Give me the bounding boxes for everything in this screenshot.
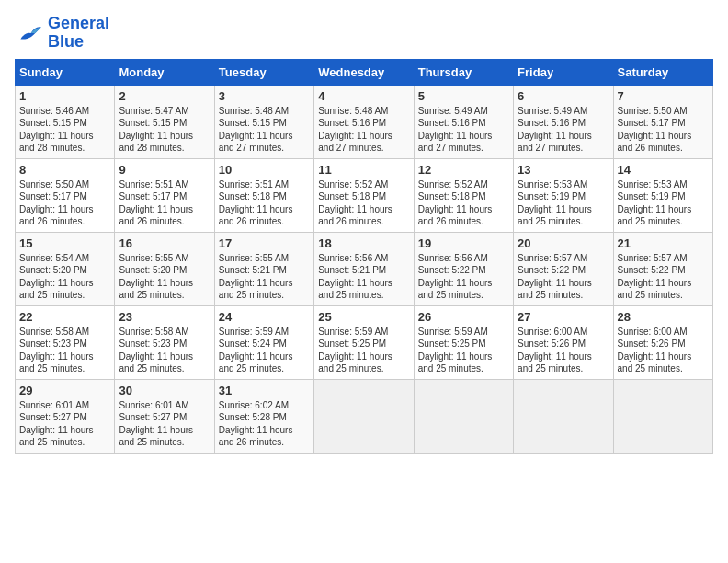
- calendar-cell: [314, 379, 414, 453]
- calendar-cell: 21Sunrise: 5:57 AM Sunset: 5:22 PM Dayli…: [613, 232, 712, 305]
- header-friday: Friday: [514, 59, 613, 85]
- day-number: 17: [219, 236, 310, 250]
- day-info: Sunrise: 5:49 AM Sunset: 5:16 PM Dayligh…: [418, 105, 509, 155]
- day-info: Sunrise: 5:50 AM Sunset: 5:17 PM Dayligh…: [618, 105, 709, 155]
- logo-icon: [15, 18, 44, 48]
- day-info: Sunrise: 5:51 AM Sunset: 5:17 PM Dayligh…: [119, 178, 210, 228]
- calendar-cell: 26Sunrise: 5:59 AM Sunset: 5:25 PM Dayli…: [414, 305, 513, 379]
- day-info: Sunrise: 5:56 AM Sunset: 5:22 PM Dayligh…: [418, 252, 509, 302]
- day-number: 16: [119, 236, 210, 250]
- day-info: Sunrise: 5:53 AM Sunset: 5:19 PM Dayligh…: [618, 178, 709, 228]
- calendar-cell: 31Sunrise: 6:02 AM Sunset: 5:28 PM Dayli…: [214, 379, 313, 453]
- calendar-cell: 22Sunrise: 5:58 AM Sunset: 5:23 PM Dayli…: [16, 305, 115, 379]
- calendar-cell: [613, 379, 712, 453]
- day-info: Sunrise: 6:00 AM Sunset: 5:26 PM Dayligh…: [518, 326, 609, 375]
- logo-text: General: [48, 15, 109, 33]
- day-number: 31: [219, 384, 310, 397]
- day-number: 14: [618, 163, 709, 177]
- day-info: Sunrise: 6:02 AM Sunset: 5:28 PM Dayligh…: [219, 399, 310, 449]
- calendar-cell: [414, 379, 513, 453]
- day-info: Sunrise: 5:59 AM Sunset: 5:25 PM Dayligh…: [318, 326, 409, 375]
- calendar-cell: 7Sunrise: 5:50 AM Sunset: 5:17 PM Daylig…: [613, 85, 712, 158]
- calendar-cell: 24Sunrise: 5:59 AM Sunset: 5:24 PM Dayli…: [214, 305, 313, 379]
- calendar-cell: 2Sunrise: 5:47 AM Sunset: 5:15 PM Daylig…: [115, 85, 214, 158]
- calendar-cell: 8Sunrise: 5:50 AM Sunset: 5:17 PM Daylig…: [16, 158, 115, 232]
- day-number: 8: [19, 163, 110, 177]
- calendar-cell: 9Sunrise: 5:51 AM Sunset: 5:17 PM Daylig…: [115, 158, 214, 232]
- day-number: 15: [19, 236, 110, 250]
- calendar-cell: 23Sunrise: 5:58 AM Sunset: 5:23 PM Dayli…: [115, 305, 214, 379]
- calendar-cell: 10Sunrise: 5:51 AM Sunset: 5:18 PM Dayli…: [214, 158, 313, 232]
- calendar-cell: 20Sunrise: 5:57 AM Sunset: 5:22 PM Dayli…: [514, 232, 613, 305]
- calendar-week-2: 8Sunrise: 5:50 AM Sunset: 5:17 PM Daylig…: [16, 158, 713, 232]
- logo-text2: Blue: [48, 33, 109, 52]
- calendar-body: 1Sunrise: 5:46 AM Sunset: 5:15 PM Daylig…: [16, 85, 713, 453]
- day-number: 10: [219, 163, 310, 177]
- calendar-week-4: 22Sunrise: 5:58 AM Sunset: 5:23 PM Dayli…: [16, 305, 713, 379]
- calendar-cell: [514, 379, 613, 453]
- calendar-cell: 13Sunrise: 5:53 AM Sunset: 5:19 PM Dayli…: [514, 158, 613, 232]
- day-number: 1: [19, 89, 110, 103]
- day-info: Sunrise: 5:53 AM Sunset: 5:19 PM Dayligh…: [518, 178, 609, 228]
- calendar-cell: 14Sunrise: 5:53 AM Sunset: 5:19 PM Dayli…: [613, 158, 712, 232]
- calendar-cell: 1Sunrise: 5:46 AM Sunset: 5:15 PM Daylig…: [16, 85, 115, 158]
- calendar-cell: 3Sunrise: 5:48 AM Sunset: 5:15 PM Daylig…: [214, 85, 313, 158]
- calendar-header: SundayMondayTuesdayWednesdayThursdayFrid…: [16, 59, 713, 85]
- calendar-cell: 25Sunrise: 5:59 AM Sunset: 5:25 PM Dayli…: [314, 305, 414, 379]
- header-tuesday: Tuesday: [214, 59, 313, 85]
- day-info: Sunrise: 5:52 AM Sunset: 5:18 PM Dayligh…: [318, 178, 409, 228]
- day-number: 13: [518, 163, 609, 177]
- day-number: 20: [518, 236, 609, 250]
- calendar-week-5: 29Sunrise: 6:01 AM Sunset: 5:27 PM Dayli…: [16, 379, 713, 453]
- calendar-cell: 11Sunrise: 5:52 AM Sunset: 5:18 PM Dayli…: [314, 158, 414, 232]
- day-number: 6: [518, 89, 609, 103]
- day-info: Sunrise: 6:01 AM Sunset: 5:27 PM Dayligh…: [19, 399, 110, 449]
- day-info: Sunrise: 5:57 AM Sunset: 5:22 PM Dayligh…: [618, 252, 709, 302]
- header-thursday: Thursday: [414, 59, 513, 85]
- header-sunday: Sunday: [16, 59, 115, 85]
- day-info: Sunrise: 5:55 AM Sunset: 5:20 PM Dayligh…: [119, 252, 210, 302]
- calendar-cell: 6Sunrise: 5:49 AM Sunset: 5:16 PM Daylig…: [514, 85, 613, 158]
- calendar-cell: 18Sunrise: 5:56 AM Sunset: 5:21 PM Dayli…: [314, 232, 414, 305]
- day-number: 30: [119, 384, 210, 397]
- calendar-cell: 30Sunrise: 6:01 AM Sunset: 5:27 PM Dayli…: [115, 379, 214, 453]
- day-info: Sunrise: 5:48 AM Sunset: 5:16 PM Dayligh…: [318, 105, 409, 155]
- day-info: Sunrise: 5:55 AM Sunset: 5:21 PM Dayligh…: [219, 252, 310, 302]
- day-number: 27: [518, 310, 609, 324]
- day-info: Sunrise: 5:49 AM Sunset: 5:16 PM Dayligh…: [518, 105, 609, 155]
- header-row: SundayMondayTuesdayWednesdayThursdayFrid…: [16, 59, 713, 85]
- day-number: 2: [119, 89, 210, 103]
- logo: General Blue: [15, 15, 109, 52]
- header-wednesday: Wednesday: [314, 59, 414, 85]
- day-info: Sunrise: 5:51 AM Sunset: 5:18 PM Dayligh…: [219, 178, 310, 228]
- day-info: Sunrise: 5:56 AM Sunset: 5:21 PM Dayligh…: [318, 252, 409, 302]
- day-number: 25: [318, 310, 409, 324]
- calendar-cell: 5Sunrise: 5:49 AM Sunset: 5:16 PM Daylig…: [414, 85, 513, 158]
- day-info: Sunrise: 5:47 AM Sunset: 5:15 PM Dayligh…: [119, 105, 210, 155]
- calendar-cell: 16Sunrise: 5:55 AM Sunset: 5:20 PM Dayli…: [115, 232, 214, 305]
- day-number: 28: [618, 310, 709, 324]
- calendar-table: SundayMondayTuesdayWednesdayThursdayFrid…: [15, 59, 713, 454]
- day-info: Sunrise: 5:54 AM Sunset: 5:20 PM Dayligh…: [19, 252, 110, 302]
- day-number: 4: [318, 89, 409, 103]
- day-number: 9: [119, 163, 210, 177]
- day-info: Sunrise: 5:57 AM Sunset: 5:22 PM Dayligh…: [518, 252, 609, 302]
- day-number: 12: [418, 163, 509, 177]
- calendar-week-1: 1Sunrise: 5:46 AM Sunset: 5:15 PM Daylig…: [16, 85, 713, 158]
- calendar-cell: 4Sunrise: 5:48 AM Sunset: 5:16 PM Daylig…: [314, 85, 414, 158]
- day-number: 19: [418, 236, 509, 250]
- calendar-cell: 28Sunrise: 6:00 AM Sunset: 5:26 PM Dayli…: [613, 305, 712, 379]
- calendar-week-3: 15Sunrise: 5:54 AM Sunset: 5:20 PM Dayli…: [16, 232, 713, 305]
- calendar-cell: 19Sunrise: 5:56 AM Sunset: 5:22 PM Dayli…: [414, 232, 513, 305]
- day-number: 11: [318, 163, 409, 177]
- page-header: General Blue: [15, 15, 713, 52]
- day-number: 5: [418, 89, 509, 103]
- day-number: 7: [618, 89, 709, 103]
- day-info: Sunrise: 5:58 AM Sunset: 5:23 PM Dayligh…: [19, 326, 110, 375]
- day-info: Sunrise: 5:59 AM Sunset: 5:24 PM Dayligh…: [219, 326, 310, 375]
- header-monday: Monday: [115, 59, 214, 85]
- calendar-cell: 17Sunrise: 5:55 AM Sunset: 5:21 PM Dayli…: [214, 232, 313, 305]
- day-info: Sunrise: 5:50 AM Sunset: 5:17 PM Dayligh…: [19, 178, 110, 228]
- day-number: 26: [418, 310, 509, 324]
- day-number: 3: [219, 89, 310, 103]
